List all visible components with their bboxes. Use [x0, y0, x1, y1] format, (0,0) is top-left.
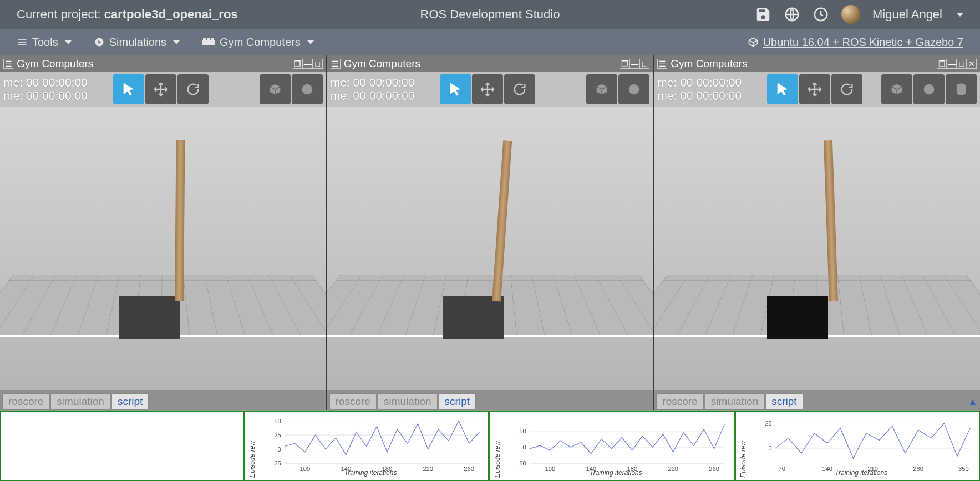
clock-icon[interactable]	[813, 6, 829, 23]
tab-simulation[interactable]: simulation	[705, 393, 765, 410]
chart-ylabel: Episode rew	[492, 414, 502, 478]
svg-point-0	[786, 8, 799, 21]
svg-text:50: 50	[520, 428, 526, 434]
chart-svg: 025 70140210280350	[748, 414, 974, 478]
move-tool[interactable]	[472, 74, 503, 104]
panel-header: ☰ Gym Computers ❐ — □ ✕	[654, 55, 980, 72]
chart-xlabel: Training iterations	[502, 469, 729, 477]
chart-svg: -2502550 100140180220260	[257, 414, 484, 478]
minimize-icon[interactable]: —	[947, 59, 957, 69]
gazebo-viewport[interactable]	[654, 107, 980, 390]
rotate-tool[interactable]	[831, 74, 862, 104]
user-name[interactable]: Miguel Angel	[872, 7, 942, 22]
svg-rect-9	[207, 38, 210, 40]
svg-point-13	[924, 84, 935, 95]
svg-text:-50: -50	[517, 460, 526, 467]
rotate-tool[interactable]	[177, 74, 209, 104]
select-tool[interactable]	[767, 74, 798, 104]
tab-script[interactable]: script	[439, 393, 476, 410]
maximize-icon[interactable]: □	[313, 59, 323, 69]
svg-rect-8	[203, 38, 206, 40]
select-tool[interactable]	[440, 74, 471, 104]
svg-text:25: 25	[765, 420, 771, 427]
move-tool[interactable]	[145, 74, 176, 104]
panel-title: Gym Computers	[17, 58, 93, 70]
svg-text:0: 0	[523, 444, 526, 450]
bottom-tabs: roscore simulation script	[327, 390, 653, 410]
menu-tools-label: Tools	[32, 36, 58, 49]
chart-1: Episode rew -2502550 100140180220260 Tra…	[244, 411, 489, 481]
tab-script[interactable]: script	[765, 393, 803, 410]
chart-xlabel: Training iterations	[257, 469, 484, 477]
chart-xlabel: Training iterations	[748, 469, 974, 477]
svg-point-1	[815, 8, 827, 21]
project-info: Current project: cartpole3d_openai_ros	[17, 7, 332, 22]
restore-icon[interactable]: ❐	[620, 59, 629, 69]
chart-ylabel: Episode rew	[738, 414, 748, 478]
gym-panel: ☰ Gym Computers ❐ — □ me: 00 00:00:00me:…	[327, 55, 654, 410]
tab-script[interactable]: script	[111, 393, 149, 410]
panel-title: Gym Computers	[344, 58, 420, 70]
maximize-icon[interactable]: □	[639, 59, 649, 69]
panels: ☰ Gym Computers ❐ — □ me: 00 00:00:00me:…	[0, 55, 980, 410]
expand-icon[interactable]: ▴	[968, 392, 978, 410]
chart-svg: -50050 100140180220260	[502, 414, 729, 478]
save-icon[interactable]	[755, 6, 771, 23]
tab-simulation[interactable]: simulation	[378, 393, 438, 410]
environment-info[interactable]: Ubuntu 16.04 + ROS Kinetic + Gazebo 7	[748, 36, 963, 49]
pole-model	[175, 140, 185, 301]
cart-model	[119, 296, 180, 339]
tab-roscore[interactable]: roscore	[2, 393, 49, 410]
gazebo-viewport[interactable]	[0, 107, 326, 390]
gazebo-viewport[interactable]	[327, 107, 653, 390]
menu-simulations-label: Simulations	[109, 36, 166, 49]
menu-simulations[interactable]: Simulations	[94, 36, 180, 49]
svg-rect-7	[202, 40, 215, 45]
restore-icon[interactable]: ❐	[293, 59, 303, 69]
maximize-icon[interactable]: □	[957, 59, 967, 69]
cart-model	[767, 296, 828, 339]
cylinder-shape-tool[interactable]	[946, 74, 977, 104]
svg-point-14	[957, 84, 966, 88]
menu-gym[interactable]: Gym Computers	[202, 36, 314, 49]
bottom-tabs: roscore simulation script	[0, 390, 326, 410]
tab-roscore[interactable]: roscore	[656, 393, 703, 410]
globe-icon[interactable]	[784, 6, 800, 23]
chart-2: Episode rew -50050 100140180220260 Train…	[489, 411, 734, 481]
avatar[interactable]	[841, 5, 860, 24]
svg-text:-25: -25	[272, 460, 281, 467]
close-icon[interactable]: ✕	[967, 59, 977, 69]
menu-tools[interactable]: Tools	[17, 36, 72, 49]
sphere-shape-tool[interactable]	[292, 74, 323, 104]
chart-blank	[0, 411, 244, 481]
box-shape-tool[interactable]	[881, 74, 912, 104]
svg-point-16	[957, 92, 966, 95]
gym-panel: ☰ Gym Computers ❐ — □ ✕ me: 00 00:00:00m…	[654, 55, 980, 410]
svg-text:25: 25	[274, 432, 281, 438]
panel-icon: ☰	[657, 59, 667, 69]
sphere-shape-tool[interactable]	[618, 74, 649, 104]
svg-text:0: 0	[768, 445, 771, 452]
sim-time: me: 00 00:00:00me: 00 00:00:00	[3, 76, 88, 103]
svg-rect-15	[957, 85, 966, 93]
panel-header: ☰ Gym Computers ❐ — □	[0, 55, 326, 72]
restore-icon[interactable]: ❐	[937, 59, 947, 69]
minimize-icon[interactable]: —	[629, 59, 639, 69]
gym-panel: ☰ Gym Computers ❐ — □ me: 00 00:00:00me:…	[0, 55, 327, 410]
user-menu-caret[interactable]	[957, 13, 963, 17]
tab-simulation[interactable]: simulation	[50, 393, 110, 410]
move-tool[interactable]	[799, 74, 830, 104]
minimize-icon[interactable]: —	[303, 59, 313, 69]
box-shape-tool[interactable]	[260, 74, 291, 104]
box-shape-tool[interactable]	[586, 74, 617, 104]
sphere-shape-tool[interactable]	[913, 74, 945, 104]
tab-roscore[interactable]: roscore	[329, 393, 377, 410]
sim-time: me: 00 00:00:00me: 00 00:00:00	[331, 76, 415, 103]
menu-bar: Tools Simulations Gym Computers Ubuntu 1…	[0, 29, 980, 55]
svg-text:0: 0	[278, 446, 281, 453]
sim-time: me: 00 00:00:00me: 00 00:00:00	[657, 76, 742, 103]
rotate-tool[interactable]	[504, 74, 535, 104]
svg-point-11	[302, 84, 312, 95]
select-tool[interactable]	[113, 74, 144, 104]
project-name: cartpole3d_openai_ros	[104, 7, 238, 21]
